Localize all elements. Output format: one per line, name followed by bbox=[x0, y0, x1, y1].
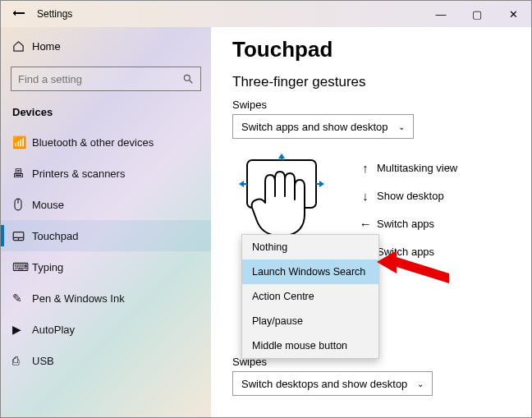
sidebar-item-usb[interactable]: ⎙ USB bbox=[1, 345, 211, 376]
arrow-left-icon: ← bbox=[354, 217, 377, 231]
home-icon bbox=[12, 40, 32, 53]
sidebar-item-label: Bluetooth & other devices bbox=[32, 136, 154, 149]
sidebar-item-label: Touchpad bbox=[32, 230, 78, 242]
maximize-button[interactable]: ▢ bbox=[459, 8, 495, 21]
swipes-value: Switch apps and show desktop bbox=[241, 121, 388, 133]
sidebar: Home Devices 📶 Bluetooth & other devices… bbox=[1, 27, 211, 417]
sidebar-item-pen[interactable]: ✎ Pen & Windows Ink bbox=[1, 282, 211, 314]
sidebar-item-label: Typing bbox=[32, 261, 63, 273]
gesture-left: ← Switch apps bbox=[354, 209, 457, 237]
svg-marker-11 bbox=[239, 181, 244, 187]
keyboard-icon: ⌨ bbox=[12, 260, 32, 273]
svg-line-1 bbox=[190, 80, 193, 84]
chevron-down-icon: ⌄ bbox=[398, 122, 405, 131]
sidebar-item-bluetooth[interactable]: 📶 Bluetooth & other devices bbox=[1, 126, 211, 158]
sidebar-item-label: USB bbox=[32, 355, 54, 367]
minimize-button[interactable]: — bbox=[423, 8, 459, 21]
sidebar-item-printers[interactable]: 🖶 Printers & scanners bbox=[1, 158, 211, 189]
autoplay-icon: ▶ bbox=[12, 323, 32, 336]
mouse-icon bbox=[12, 198, 32, 211]
sidebar-item-label: Printers & scanners bbox=[32, 168, 125, 180]
sidebar-item-touchpad[interactable]: Touchpad bbox=[1, 220, 211, 251]
sidebar-item-label: Pen & Windows Ink bbox=[32, 292, 125, 305]
swipes-dropdown[interactable]: Switch apps and show desktop ⌄ bbox=[232, 114, 414, 139]
chevron-down-icon: ⌄ bbox=[417, 379, 424, 388]
search-input[interactable] bbox=[18, 73, 182, 85]
window-title: Settings bbox=[37, 8, 423, 20]
close-button[interactable]: ✕ bbox=[495, 8, 531, 21]
page-title: Touchpad bbox=[232, 37, 515, 62]
sidebar-item-mouse[interactable]: Mouse bbox=[1, 189, 211, 220]
sidebar-item-label: Mouse bbox=[32, 199, 64, 211]
titlebar: 🠔 Settings — ▢ ✕ bbox=[1, 1, 531, 27]
pen-icon: ✎ bbox=[12, 292, 32, 305]
back-button[interactable]: 🠔 bbox=[1, 7, 37, 21]
swipes2-value: Switch desktops and show desktop bbox=[241, 378, 407, 390]
svg-point-0 bbox=[184, 75, 190, 80]
menu-item-play-pause[interactable]: Play/pause bbox=[242, 309, 378, 333]
svg-marker-13 bbox=[319, 181, 324, 187]
taps-menu[interactable]: Nothing Launch Windows Search Action Cen… bbox=[241, 234, 379, 359]
annotation-arrow bbox=[377, 244, 451, 293]
svg-marker-9 bbox=[278, 154, 285, 158]
swipes-label: Swipes bbox=[232, 99, 515, 111]
menu-item-launch-search[interactable]: Launch Windows Search bbox=[242, 260, 378, 284]
gesture-up: ↑ Multitasking view bbox=[354, 154, 457, 181]
menu-item-middle-mouse[interactable]: Middle mouse button bbox=[242, 333, 378, 358]
sidebar-item-autoplay[interactable]: ▶ AutoPlay bbox=[1, 314, 211, 345]
gesture-down: ↓ Show desktop bbox=[354, 181, 457, 209]
menu-item-nothing[interactable]: Nothing bbox=[242, 235, 378, 260]
sidebar-home-label: Home bbox=[32, 40, 61, 53]
svg-marker-14 bbox=[377, 250, 449, 283]
sidebar-item-typing[interactable]: ⌨ Typing bbox=[1, 251, 211, 282]
sidebar-home[interactable]: Home bbox=[1, 30, 211, 62]
sidebar-category: Devices bbox=[1, 99, 211, 126]
swipes2-dropdown[interactable]: Switch desktops and show desktop ⌄ bbox=[232, 371, 433, 396]
arrow-up-icon: ↑ bbox=[354, 161, 377, 175]
touchpad-icon bbox=[12, 231, 32, 241]
menu-item-action-centre[interactable]: Action Centre bbox=[242, 284, 378, 309]
arrow-down-icon: ↓ bbox=[354, 189, 377, 203]
search-box[interactable] bbox=[11, 67, 201, 91]
usb-icon: ⎙ bbox=[12, 354, 32, 367]
section-heading: Three-finger gestures bbox=[232, 74, 515, 90]
printer-icon: 🖶 bbox=[12, 167, 32, 180]
search-icon bbox=[182, 73, 194, 85]
bluetooth-icon: 📶 bbox=[12, 136, 32, 149]
sidebar-item-label: AutoPlay bbox=[32, 324, 75, 336]
